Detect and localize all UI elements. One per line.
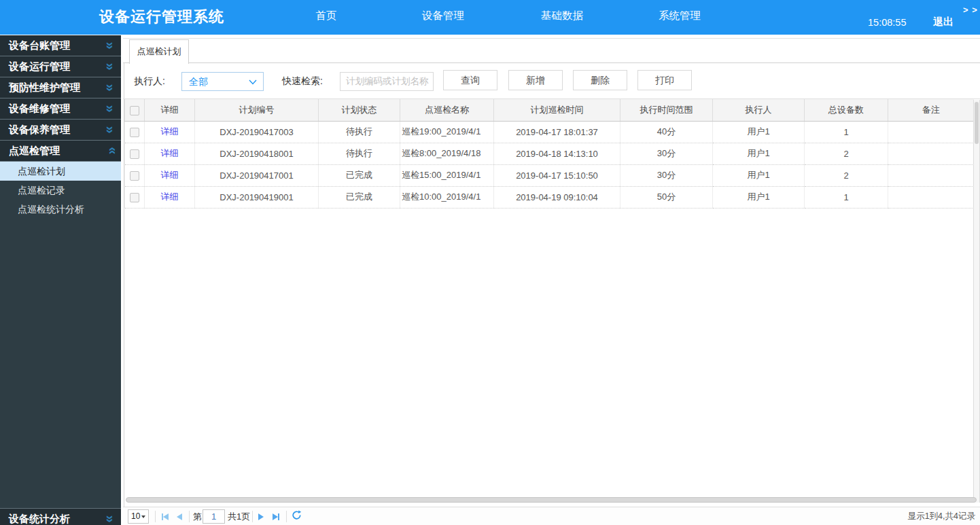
col-time: 计划巡检时间 — [494, 99, 620, 121]
nav-equipment[interactable]: 设备管理 — [422, 9, 464, 23]
row-checkbox[interactable] — [130, 193, 139, 202]
delete-button[interactable]: 删除 — [573, 70, 627, 90]
sidebar: 设备台账管理» 设备运行管理» 预防性维护管理» 设备维修管理» 设备保养管理»… — [0, 35, 121, 525]
table-row: 详细 DXJ-20190419001 已完成 巡检10:00_2019/4/1 … — [125, 186, 974, 208]
first-page-button[interactable] — [162, 513, 169, 520]
chevron-down-icon: » — [100, 62, 120, 70]
detail-link[interactable]: 详细 — [161, 148, 179, 158]
col-remark: 备注 — [888, 99, 974, 121]
prev-page-button[interactable] — [177, 513, 182, 520]
row-checkbox[interactable] — [130, 149, 139, 159]
pagination-bar: 10 第 1 共1页 显示1到4,共4记录 — [123, 507, 980, 525]
col-name: 点巡检名称 — [400, 99, 494, 121]
sidebar-item-dianxunjian[interactable]: 点巡检管理» — [0, 141, 121, 162]
row-checkbox[interactable] — [130, 171, 139, 181]
detail-link[interactable]: 详细 — [161, 126, 179, 137]
col-code: 计划编号 — [195, 99, 319, 121]
executor-label: 执行人: — [134, 63, 165, 99]
col-status: 计划状态 — [319, 99, 400, 121]
tab-bar: 点巡检计划 — [123, 38, 980, 63]
sidebar-item-taizhang[interactable]: 设备台账管理» — [0, 35, 121, 56]
tab-dianxunjian-jihua[interactable]: 点巡检计划 — [129, 39, 189, 64]
query-button[interactable]: 查询 — [443, 70, 497, 90]
select-all-checkbox[interactable] — [130, 106, 139, 115]
app-title: 设备运行管理系统 — [99, 7, 224, 27]
clock: 15:08:55 — [868, 17, 906, 28]
content-left-border — [124, 38, 124, 525]
nav-system[interactable]: 系统管理 — [659, 9, 701, 23]
sidebar-item-yunxing[interactable]: 设备运行管理» — [0, 56, 121, 77]
top-header: 设备运行管理系统 首页 设备管理 基础数据 系统管理 15:08:55 退出 >… — [0, 0, 980, 35]
header-checkbox-cell — [125, 99, 145, 121]
submenu-dianxunjian: 点巡检计划 点巡检记录 点巡检统计分析 — [0, 162, 121, 219]
table-header-row: 详细 计划编号 计划状态 点巡检名称 计划巡检时间 执行时间范围 执行人 总设备… — [125, 99, 974, 121]
sidebar-item-tongjifenxi[interactable]: 设备统计分析» — [0, 508, 121, 525]
table-row: 详细 DXJ-20190417003 待执行 巡检19:00_2019/4/1 … — [125, 121, 974, 143]
table-row: 详细 DXJ-20190418001 待执行 巡检8:00_2019/4/18 … — [125, 143, 974, 164]
caret-down-icon — [141, 515, 145, 518]
search-input[interactable]: 计划编码或计划名称 — [340, 72, 434, 91]
print-button[interactable]: 打印 — [637, 70, 692, 90]
chevron-down-icon: » — [100, 105, 120, 112]
vertical-scrollbar-thumb[interactable] — [975, 102, 979, 144]
page-size-select[interactable]: 10 — [128, 509, 149, 524]
col-detail: 详细 — [145, 99, 195, 121]
plan-table: 详细 计划编号 计划状态 点巡检名称 计划巡检时间 执行时间范围 执行人 总设备… — [124, 99, 974, 209]
detail-link[interactable]: 详细 — [161, 192, 179, 202]
col-range: 执行时间范围 — [620, 99, 713, 121]
last-page-button[interactable] — [273, 513, 279, 520]
chevron-down-icon — [249, 79, 257, 85]
sidebar-subitem-tongji[interactable]: 点巡检统计分析 — [0, 200, 121, 219]
executor-select[interactable]: 全部 — [181, 72, 264, 91]
sidebar-subitem-jilu[interactable]: 点巡检记录 — [0, 181, 121, 200]
sidebar-item-weixiu[interactable]: 设备维修管理» — [0, 98, 121, 120]
next-page-button[interactable] — [258, 513, 264, 520]
total-pages-label: 共1页 — [228, 507, 250, 525]
row-checkbox[interactable] — [130, 128, 139, 137]
page-number-input[interactable]: 1 — [203, 509, 225, 524]
sidebar-item-yufangxing[interactable]: 预防性维护管理» — [0, 77, 121, 98]
add-button[interactable]: 新增 — [508, 70, 563, 90]
refresh-icon[interactable] — [292, 511, 302, 518]
search-label: 快速检索: — [282, 63, 323, 99]
vertical-scrollbar[interactable] — [973, 100, 980, 503]
detail-link[interactable]: 详细 — [161, 170, 179, 180]
collapse-icon[interactable]: > > — [963, 5, 978, 15]
record-info: 显示1到4,共4记录 — [908, 507, 975, 525]
logout-button[interactable]: 退出 — [933, 16, 953, 29]
horizontal-scrollbar-thumb[interactable] — [126, 497, 977, 503]
nav-home[interactable]: 首页 — [316, 9, 337, 23]
chevron-down-icon: » — [100, 41, 120, 49]
chevron-up-icon: » — [100, 147, 120, 154]
main-content: 点巡检计划 执行人: 全部 快速检索: 计划编码或计划名称 查询 新增 删除 打… — [123, 35, 980, 525]
col-count: 总设备数 — [805, 99, 888, 121]
chevron-down-icon: » — [100, 84, 120, 91]
sidebar-item-baoyang[interactable]: 设备保养管理» — [0, 120, 121, 141]
chevron-down-icon: » — [100, 515, 120, 522]
table-row: 详细 DXJ-20190417001 已完成 巡检15:00_2019/4/1 … — [125, 164, 974, 186]
sidebar-subitem-jihua[interactable]: 点巡检计划 — [0, 162, 121, 181]
nav-basedata[interactable]: 基础数据 — [541, 9, 583, 23]
chevron-down-icon: » — [100, 126, 120, 133]
col-executor: 执行人 — [713, 99, 805, 121]
filter-bar: 执行人: 全部 快速检索: 计划编码或计划名称 查询 新增 删除 打印 — [123, 63, 980, 99]
page-label: 第 — [193, 507, 202, 525]
